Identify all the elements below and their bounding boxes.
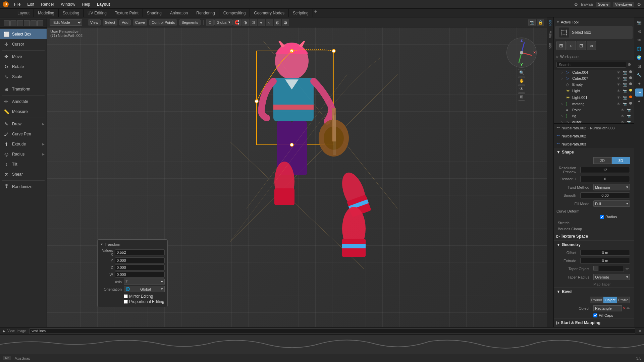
tool-annotate[interactable]: ✏ Annotate	[0, 97, 47, 107]
props-tab-scene[interactable]: 🌐	[635, 45, 643, 53]
props-tab-data[interactable]: 〜	[635, 88, 643, 97]
y-input[interactable]	[115, 257, 165, 263]
bounds-clamp-row[interactable]: Bounds Clamp	[554, 226, 634, 232]
start-end-title[interactable]: ▷ Start & End Mapping	[554, 319, 634, 327]
mode-icon-4[interactable]	[24, 20, 30, 26]
tool-shear[interactable]: ⧖ Shear	[0, 169, 47, 179]
expand-icon[interactable]: ▷	[561, 120, 565, 124]
geometry-section-title[interactable]: ▼ Geometry	[554, 241, 634, 249]
shading-look-btn[interactable]: ◐	[274, 19, 281, 26]
fill-caps-input[interactable]	[593, 313, 597, 317]
hide-render-icon[interactable]: 📷	[622, 89, 628, 93]
taper-obj-input[interactable]	[599, 266, 624, 272]
expand-icon[interactable]: ▷	[561, 102, 565, 106]
resolution-input[interactable]	[580, 167, 630, 173]
control-points-menu[interactable]: Control Points	[149, 19, 177, 25]
extrude-input[interactable]	[580, 258, 630, 264]
tool-icon-4[interactable]: ∞	[587, 41, 596, 50]
camera-persp-btn[interactable]: 👁	[518, 85, 525, 93]
tool-select-box[interactable]: ⬜ Select Box	[0, 29, 47, 39]
bevel-object-btn[interactable]: Object	[603, 297, 617, 303]
ws-tab-rendering[interactable]: Rendering	[192, 9, 219, 17]
bevel-remove-btn[interactable]: ✕	[623, 306, 626, 311]
viewport-camera-btn[interactable]: 📷	[528, 19, 536, 26]
tool-move[interactable]: ✥ Move	[0, 52, 47, 62]
image-btn[interactable]: Image	[17, 329, 26, 333]
viewport[interactable]: Edit Mode Object Mode View Select Add Cu…	[47, 17, 547, 327]
zoom-in-btn[interactable]: 🔍	[518, 69, 525, 76]
tool-scale[interactable]: ⤡ Scale	[0, 72, 47, 82]
proportional-editing-checkbox[interactable]	[124, 300, 128, 304]
gizmo-circle[interactable]: X Y Z	[506, 38, 537, 68]
hide-render-icon[interactable]: 📷	[622, 82, 628, 87]
edit-mode-select[interactable]: Edit Mode Object Mode	[50, 19, 82, 26]
tool-icon-1[interactable]: ⊞	[556, 41, 566, 50]
props-tab-world[interactable]: 🌍	[635, 54, 643, 62]
shape-3d-btn[interactable]: 3D	[612, 157, 630, 164]
expand-icon[interactable]: ▷	[561, 114, 565, 118]
view-btn[interactable]: View	[7, 329, 15, 333]
scene-label[interactable]: Scene	[596, 2, 610, 7]
visibility-icon[interactable]: 👁	[616, 76, 621, 81]
mode-icon-1[interactable]	[4, 20, 10, 26]
breadcrumb-2[interactable]: NurbsPath.003	[590, 126, 614, 130]
ws-tab-scripting[interactable]: Scripting	[289, 9, 313, 17]
visibility-icon[interactable]: 👁	[620, 108, 625, 112]
twist-dropdown[interactable]: Minimum▾	[593, 184, 630, 190]
timeline-content[interactable]	[0, 335, 644, 354]
mode-icon-2[interactable]	[10, 20, 16, 26]
outliner-item-light001[interactable]: ☀ Light.001 👁 📷	[554, 94, 634, 101]
bevel-obj-value[interactable]: Rectangle	[593, 305, 622, 311]
expand-icon[interactable]: ▷	[561, 77, 565, 80]
overlay-btn[interactable]: ◑	[241, 19, 249, 26]
ws-tab-layout[interactable]: Layout	[13, 9, 34, 17]
menu-help[interactable]: Help	[79, 1, 93, 7]
shading-wire-btn[interactable]: ○	[266, 19, 273, 26]
proportional-edit-btn[interactable]: ⊙	[206, 19, 214, 26]
workspace-section[interactable]: ▷ Workspace	[554, 53, 634, 60]
tool-tilt[interactable]: ↕ Tilt	[0, 159, 47, 169]
add-menu[interactable]: Add	[119, 19, 131, 25]
ws-tab-uv[interactable]: UV Editing	[84, 9, 111, 17]
hide-render-icon[interactable]: 📷	[626, 108, 632, 112]
bevel-edit-btn[interactable]: ✏	[627, 306, 630, 311]
segments-menu[interactable]: Segments	[179, 19, 201, 25]
props-tab-view[interactable]: 👁	[635, 36, 643, 44]
xray-btn[interactable]: ⊡	[250, 19, 257, 26]
outliner-item-cube004[interactable]: ▷ ▷ Cube.004 👁 📷	[554, 69, 634, 75]
ws-tab-shading[interactable]: Shading	[143, 9, 166, 17]
shading-solid-btn[interactable]: ●	[258, 19, 265, 26]
mode-icon-6[interactable]	[37, 20, 43, 26]
visibility-icon[interactable]: 👁	[616, 102, 621, 106]
alt-label[interactable]: Alt	[3, 356, 11, 360]
render-u-input[interactable]	[580, 176, 630, 182]
bevel-section-title[interactable]: ▼ Bevel	[554, 288, 634, 296]
select-menu[interactable]: Select	[103, 19, 118, 25]
tool-icon-2[interactable]: ○	[567, 41, 576, 50]
taper-obj-box[interactable]	[593, 266, 598, 270]
tool-radius[interactable]: ◎ Radius ▶	[0, 149, 47, 159]
tool-draw[interactable]: ✎ Draw ▶	[0, 119, 47, 129]
visibility-icon[interactable]: 👁	[616, 82, 621, 87]
props-tab-modifier[interactable]: 🔧	[635, 71, 643, 79]
visibility-icon[interactable]: 👁	[620, 114, 625, 118]
tool-curve-pen[interactable]: 🖊 Curve Pen	[0, 129, 47, 139]
outliner-item-rig[interactable]: ▷ ⟩ rig 👁 📷	[554, 113, 634, 119]
hide-render-icon[interactable]: 📷	[626, 114, 632, 118]
taper-radius-dropdown[interactable]: Override▾	[593, 274, 630, 280]
outliner-item-metarig[interactable]: ▷ ⟩ metarig 👁 📷	[554, 101, 634, 107]
timeline-name[interactable]: vest lines	[29, 328, 635, 334]
outliner-item-guitar[interactable]: ▷ ▷ guitar 👁 📷	[554, 119, 634, 124]
values-x-input[interactable]	[115, 249, 165, 255]
expand-icon[interactable]: ▷	[561, 71, 565, 74]
tool-rotate[interactable]: ↻ Rotate	[0, 62, 47, 72]
engine-icon[interactable]: ⚙	[574, 2, 578, 7]
stretch-row[interactable]: Stretch	[554, 220, 634, 226]
menu-layout[interactable]: Layout	[94, 1, 113, 7]
snap-btn[interactable]: 🧲	[233, 19, 241, 26]
tool-extrude[interactable]: ⬆ Extrude ▶	[0, 139, 47, 149]
hide-render-icon[interactable]: 📷	[622, 102, 628, 106]
outliner-filter-btn[interactable]: ⚙	[628, 62, 631, 67]
ws-tab-animation[interactable]: Animation	[166, 9, 192, 17]
fill-mode-dropdown[interactable]: Full▾	[593, 200, 630, 207]
